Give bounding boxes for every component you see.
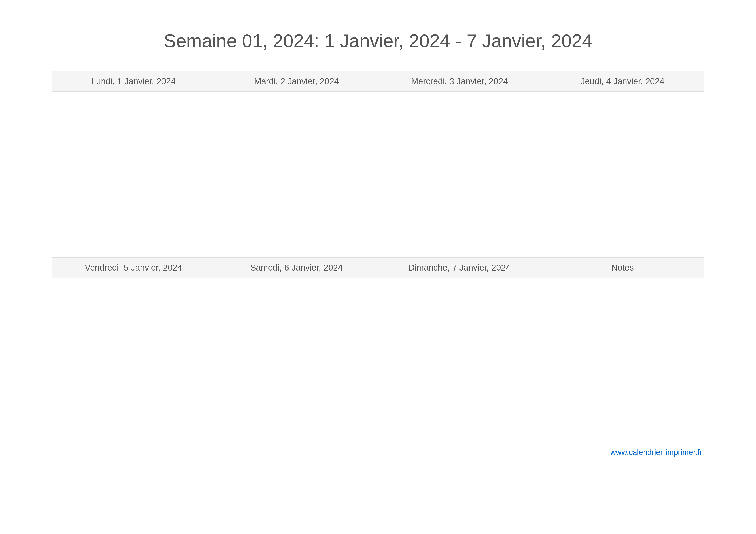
day-cell-thursday [541,91,704,257]
day-header-tuesday: Mardi, 2 Janvier, 2024 [215,71,378,91]
day-cell-friday [52,278,215,444]
day-cell-wednesday [378,91,541,257]
day-header-friday: Vendredi, 5 Janvier, 2024 [52,257,215,278]
day-cell-tuesday [215,91,378,257]
day-header-wednesday: Mercredi, 3 Janvier, 2024 [378,71,541,91]
day-cell-monday [52,91,215,257]
day-header-monday: Lundi, 1 Janvier, 2024 [52,71,215,91]
day-header-thursday: Jeudi, 4 Janvier, 2024 [541,71,704,91]
day-header-saturday: Samedi, 6 Janvier, 2024 [215,257,378,278]
day-cell-saturday [215,278,378,444]
day-header-sunday: Dimanche, 7 Janvier, 2024 [378,257,541,278]
day-header-notes: Notes [541,257,704,278]
page-title: Semaine 01, 2024: 1 Janvier, 2024 - 7 Ja… [52,30,704,51]
footer-website-link[interactable]: www.calendrier-imprimer.fr [52,448,704,457]
weekly-calendar-grid: Lundi, 1 Janvier, 2024 Mardi, 2 Janvier,… [52,71,704,444]
day-cell-sunday [378,278,541,444]
day-cell-notes [541,278,704,444]
